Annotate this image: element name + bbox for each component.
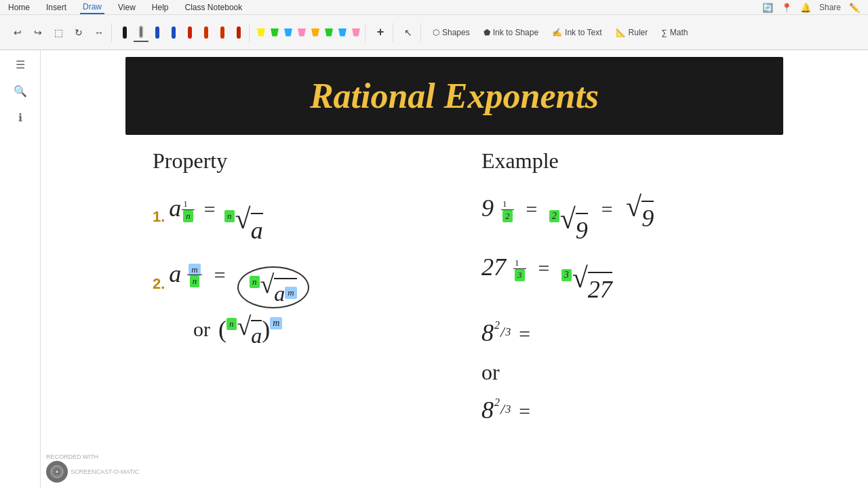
radical-sign-1: √ bbox=[235, 207, 251, 232]
ex2-exp-num: 1 bbox=[513, 258, 526, 268]
hl-green2[interactable] bbox=[323, 23, 335, 42]
math-icon: ∑ bbox=[661, 28, 667, 37]
bell-icon[interactable]: 🔔 bbox=[800, 3, 811, 13]
sidebar-search-icon[interactable]: 🔍 bbox=[14, 85, 27, 98]
watermark: RECORDED WITH SCREENCAST-O-MATIC bbox=[46, 453, 142, 483]
prop2-formula-circled: n √ a m bbox=[237, 266, 309, 308]
example-2a: 8 2 / 3 = bbox=[481, 319, 783, 349]
example-header: Example bbox=[481, 148, 783, 174]
ink-to-shape-button[interactable]: ⬟ Ink to Shape bbox=[477, 24, 545, 41]
prop2-equals: = bbox=[213, 264, 226, 287]
prop1-equals: = bbox=[203, 198, 216, 221]
pen-black[interactable] bbox=[117, 23, 132, 42]
ink-to-text-button[interactable]: ✍ Ink to Text bbox=[546, 24, 608, 41]
sidebar: ☰ 🔍 ℹ bbox=[0, 50, 41, 488]
property-header: Property bbox=[153, 148, 454, 174]
ex3-eq: = bbox=[517, 323, 531, 346]
add-button[interactable]: + bbox=[371, 23, 390, 42]
ex4-slash: / bbox=[500, 401, 505, 418]
ex1-radical-index: 2 bbox=[549, 210, 559, 222]
prop1-base-a: a bbox=[169, 194, 181, 222]
select-tool[interactable]: ↖ bbox=[399, 23, 418, 42]
math-button[interactable]: ∑ Math bbox=[655, 24, 694, 41]
example-1a: 9 1 2 = 2 √ 9 = bbox=[481, 194, 783, 239]
undo-button[interactable]: ↩ bbox=[8, 23, 27, 42]
hl-pink[interactable] bbox=[296, 23, 308, 42]
menu-help[interactable]: Help bbox=[149, 1, 172, 14]
hl-blue2[interactable] bbox=[336, 23, 349, 42]
menu-insert[interactable]: Insert bbox=[43, 1, 69, 14]
pen-red2[interactable] bbox=[199, 23, 214, 42]
svg-point-2 bbox=[56, 470, 58, 473]
share-button[interactable]: Share bbox=[819, 3, 841, 12]
toolbar: ↩ ↪ ⬚ ↻ ↔ + ↖ ⬡ Shapes bbox=[0, 15, 868, 50]
menu-draw[interactable]: Draw bbox=[80, 1, 104, 14]
top-right-icons: 🔄 📍 🔔 Share ✏️ bbox=[762, 0, 868, 15]
shapes-icon: ⬡ bbox=[433, 28, 439, 37]
sidebar-info-icon[interactable]: ℹ bbox=[18, 111, 22, 124]
ex3-exp-den: 3 bbox=[505, 326, 511, 344]
ruler-button[interactable]: 📐 Ruler bbox=[610, 24, 654, 41]
ex2-base: 27 bbox=[481, 253, 506, 281]
ink-to-shape-label: Ink to Shape bbox=[493, 28, 538, 37]
prop1-exp-den: n bbox=[183, 210, 193, 222]
radical-sign-3: √ bbox=[237, 315, 252, 337]
sidebar-pages-icon[interactable]: ☰ bbox=[16, 58, 25, 71]
menu-class-notebook[interactable]: Class Notebook bbox=[182, 1, 245, 14]
pin-icon[interactable]: 📍 bbox=[781, 3, 792, 13]
ex2-radical-index: 3 bbox=[561, 269, 572, 281]
pen-red3[interactable] bbox=[215, 23, 230, 42]
shapes-button[interactable]: ⬡ Shapes bbox=[427, 24, 476, 41]
example-column: Example 9 1 2 = 2 √ 9 bbox=[454, 148, 783, 426]
hl-orange[interactable] bbox=[309, 23, 321, 42]
shapes-group: ⬡ Shapes ⬟ Ink to Shape ✍ Ink to Text 📐 … bbox=[424, 24, 697, 41]
hl-pink2[interactable] bbox=[350, 23, 362, 42]
property-2: 2. a m n = bbox=[153, 260, 454, 344]
rotate-button[interactable]: ↻ bbox=[69, 23, 88, 42]
prop2-power-m: m bbox=[285, 286, 296, 299]
hl-blue[interactable] bbox=[282, 23, 294, 42]
prop1-exp-num: 1 bbox=[182, 199, 195, 210]
example-1b: 27 1 3 = 3 √ 27 bbox=[481, 253, 783, 298]
flip-button[interactable]: ↔ bbox=[90, 23, 108, 42]
ex1-simple-radical-sign: √ bbox=[626, 195, 642, 220]
radical-sign-2: √ bbox=[260, 273, 275, 295]
prop1-radical: n √ a bbox=[224, 207, 263, 239]
menu-bar: Home Insert Draw View Help Class Noteboo… bbox=[0, 0, 868, 15]
shapes-label: Shapes bbox=[442, 28, 470, 37]
prop2-or-line: or ( n √ a ) m bbox=[193, 315, 454, 344]
hl-green[interactable] bbox=[269, 23, 281, 42]
pen-blue1[interactable] bbox=[150, 23, 165, 42]
hl-yellow[interactable] bbox=[255, 23, 267, 42]
ex1-eq2: = bbox=[600, 198, 614, 221]
menu-view[interactable]: View bbox=[115, 1, 138, 14]
ex1-exp-num: 1 bbox=[501, 199, 514, 209]
open-paren: ( bbox=[218, 315, 226, 344]
ex1-radical: 2 √ 9 bbox=[549, 207, 588, 239]
ex1-radical-sign: √ bbox=[560, 207, 576, 232]
item-2-num: 2. bbox=[153, 275, 165, 293]
tools-group: ↖ bbox=[396, 23, 421, 42]
prop2-base-a: a bbox=[169, 260, 181, 288]
or-divider: or bbox=[481, 360, 783, 385]
ex3-base: 8 bbox=[481, 319, 494, 347]
redo-button[interactable]: ↪ bbox=[28, 23, 47, 42]
edit-icon[interactable]: ✏️ bbox=[849, 3, 860, 13]
prop2-or-radical-index: n bbox=[226, 318, 237, 330]
undo-redo-group: ↩ ↪ ⬚ ↻ ↔ bbox=[5, 23, 112, 42]
prop1-radical-content: a bbox=[251, 213, 263, 245]
ex4-exp-den: 3 bbox=[505, 403, 511, 421]
ink-shape-icon: ⬟ bbox=[484, 28, 490, 37]
lasso-button[interactable]: ⬚ bbox=[49, 23, 68, 42]
ex3-slash: / bbox=[500, 323, 505, 341]
menu-home[interactable]: Home bbox=[5, 1, 33, 14]
refresh-icon[interactable]: 🔄 bbox=[762, 3, 773, 13]
main-content: Rational Exponents Property 1. a 1 n bbox=[41, 50, 868, 488]
prop2-radical-content: a m bbox=[274, 278, 296, 306]
pen-gray[interactable] bbox=[134, 23, 149, 42]
pen-blue2[interactable] bbox=[166, 23, 181, 42]
ex1-base: 9 bbox=[481, 194, 494, 222]
pen-red1[interactable] bbox=[182, 23, 197, 42]
pen-red4[interactable] bbox=[231, 23, 246, 42]
math-label: Math bbox=[670, 28, 688, 37]
